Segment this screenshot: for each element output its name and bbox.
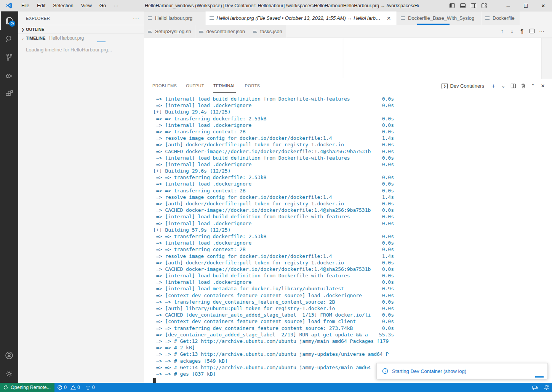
- menu-item[interactable]: Edit: [33, 0, 49, 11]
- feedback-icon[interactable]: [529, 383, 541, 392]
- terminal-instance-label: Dev Containers: [450, 83, 484, 89]
- customize-layout-icon[interactable]: [479, 0, 490, 11]
- notification-message[interactable]: Starting Dev Container (show log): [392, 368, 466, 374]
- activity-bar-run-debug[interactable]: [0, 66, 18, 85]
- sidebar-more-actions-icon[interactable]: ···: [133, 15, 139, 21]
- split-terminal-icon[interactable]: [509, 82, 518, 91]
- terminal-line: => => # 2 kB]: [153, 345, 394, 351]
- terminal-line: => => # Get:12 http://archive.ubuntu.com…: [153, 338, 394, 345]
- toggle-secondary-sidebar-icon[interactable]: [468, 0, 479, 11]
- activity-bar-settings[interactable]: [0, 365, 18, 383]
- terminal-line: => [auth] docker/dockerfile:pull token f…: [153, 201, 394, 207]
- render-whitespace-icon[interactable]: ¶: [517, 26, 527, 36]
- terminal-line: => [internal] load metadata for docker.i…: [153, 286, 394, 292]
- timeline-section-header[interactable]: ⌄ TIMELINE HelloHarbour.prg: [18, 34, 144, 42]
- menu-item[interactable]: File: [18, 0, 33, 11]
- terminal-line: => [internal] load .dockerignore0.0s: [153, 181, 394, 187]
- more-actions-icon[interactable]: ···: [537, 26, 547, 36]
- kill-terminal-trash-icon[interactable]: [518, 82, 528, 91]
- panel-header: PROBLEMS OUTPUT TERMINAL PORTS ❯ Dev Con…: [144, 79, 552, 93]
- terminal-line: => [internal] load .dockerignore0.0s: [153, 162, 394, 168]
- ports-status[interactable]: 0: [83, 383, 98, 392]
- editor-tab-bar-second: SetupSysLog.sh devcontainer.json tasks.j…: [144, 25, 552, 38]
- maximize-panel-icon[interactable]: ⌃: [528, 82, 538, 91]
- terminal-line: => [internal] load .dockerignore0.0s: [153, 102, 394, 109]
- activity-bar-account[interactable]: [0, 346, 18, 365]
- tab-label: HelloHarbour.prg (File Saved • October 1…: [216, 15, 382, 21]
- vscode-logo-icon: [0, 2, 18, 9]
- terminal-line: => CACHED docker-image://docker.io/docke…: [153, 149, 394, 155]
- activity-bar-source-control[interactable]: [0, 48, 18, 66]
- maximize-button[interactable]: ☐: [517, 0, 534, 11]
- tab-ports[interactable]: PORTS: [245, 80, 260, 93]
- menu-item[interactable]: ···: [110, 0, 122, 11]
- terminal-line: => CACHED docker-image://docker.io/docke…: [153, 207, 394, 214]
- tab-terminal[interactable]: TERMINAL: [213, 80, 236, 93]
- terminal-line: => => transferring dockerfile: 2.53kB0.0…: [153, 234, 394, 240]
- sidebar-title: EXPLORER: [26, 16, 50, 21]
- tab-dockerfile-base-with-syslog[interactable]: Dockerfile_Base_With_Syslog: [397, 11, 482, 25]
- terminal-line: => [internal] load .dockerignore0.0s: [153, 122, 394, 129]
- close-panel-icon[interactable]: ✕: [538, 82, 547, 91]
- tab-dockerfile[interactable]: Dockerfile: [482, 11, 520, 25]
- remote-indicator[interactable]: Opening Remote...: [0, 383, 54, 392]
- tab-problems[interactable]: PROBLEMS: [152, 80, 177, 93]
- navigate-up-icon[interactable]: ↑: [497, 26, 507, 36]
- close-button[interactable]: ✕: [534, 0, 552, 11]
- editor-tab-bar-top: HelloHarbour.prg HelloHarbour.prg (File …: [144, 11, 552, 25]
- terminal-line: => resolve image config for docker.io/do…: [153, 135, 394, 142]
- menu-item[interactable]: View: [77, 0, 96, 11]
- info-icon: [382, 368, 388, 374]
- menu-item[interactable]: Go: [96, 0, 110, 11]
- editor-group-divider[interactable]: [342, 38, 342, 79]
- error-icon: [57, 385, 62, 390]
- outline-section-header[interactable]: ❯ OUTLINE: [18, 25, 144, 34]
- terminal-line: => => # ackages [549 kB]: [153, 358, 394, 365]
- terminal-line: => resolve image config for docker.io/do…: [153, 253, 394, 260]
- menu-item[interactable]: Selection: [49, 0, 77, 11]
- tab-label: devcontainer.json: [206, 29, 245, 34]
- terminal-line: => CACHED [dev_container_auto_added_stag…: [153, 312, 394, 318]
- activity-bar-extensions[interactable]: [0, 85, 18, 103]
- terminal-line: => [context dev_containers_feature_conte…: [153, 293, 394, 299]
- terminal-line: [+] Building 29.6s (12/25): [153, 168, 394, 174]
- activity-bar-explorer[interactable]: [0, 11, 18, 30]
- toggle-sidebar-icon[interactable]: [447, 0, 458, 11]
- terminal-line: => => transferring context: 2B0.0s: [153, 129, 394, 135]
- terminal-output[interactable]: => [internal] load build definition from…: [153, 96, 397, 378]
- split-editor-icon[interactable]: [527, 26, 537, 36]
- warning-icon: [70, 385, 76, 390]
- vscode-window: FileEditSelectionViewGo··· HelloHarbour_…: [0, 0, 552, 392]
- activity-bar-search[interactable]: [0, 30, 18, 48]
- editor-content-area[interactable]: [144, 38, 552, 79]
- menu-bar: FileEditSelectionViewGo···: [18, 0, 122, 11]
- terminal-line: => [dev_container_auto_added_stage_label…: [153, 332, 394, 338]
- tab-helloharbour-diff[interactable]: HelloHarbour.prg (File Saved • October 1…: [206, 11, 396, 25]
- tab-helloharbour-prg[interactable]: HelloHarbour.prg: [144, 11, 206, 25]
- terminal-line: => => transferring dockerfile: 2.53kB0.0…: [153, 174, 394, 181]
- editor-tab[interactable]: tasks.json: [249, 25, 286, 38]
- editor-scrollbar-strip: [541, 38, 552, 79]
- minimize-button[interactable]: ─: [499, 0, 517, 11]
- navigate-down-icon[interactable]: ↓: [507, 26, 517, 36]
- editor-tab[interactable]: SetupSysLog.sh: [144, 25, 195, 38]
- close-tab-icon[interactable]: ✕: [386, 15, 392, 21]
- terminal-line: => [internal] load .dockerignore0.0s: [153, 221, 394, 227]
- notifications-bell-icon[interactable]: [541, 383, 552, 392]
- notification-toast[interactable]: Starting Dev Container (show log): [376, 363, 548, 379]
- status-bar: Opening Remote... 0 0 0: [0, 383, 552, 392]
- tab-output[interactable]: OUTPUT: [186, 80, 204, 93]
- problems-status[interactable]: 0 0: [54, 383, 83, 392]
- toggle-panel-icon[interactable]: [458, 0, 468, 11]
- remote-status-label: Opening Remote...: [11, 385, 51, 390]
- editor-tab[interactable]: devcontainer.json: [195, 25, 249, 38]
- bottom-panel: PROBLEMS OUTPUT TERMINAL PORTS ❯ Dev Con…: [144, 79, 552, 383]
- terminal-dropdown-icon[interactable]: ⌄: [499, 82, 508, 91]
- new-terminal-icon[interactable]: +: [489, 82, 498, 91]
- terminal-line: => CACHED docker-image://docker.io/docke…: [153, 266, 394, 273]
- tab-label: Dockerfile_Base_With_Syslog: [408, 15, 474, 21]
- file-icon: [253, 30, 258, 33]
- file-icon: [148, 30, 152, 33]
- tab-label: HelloHarbour.prg: [155, 15, 192, 21]
- terminal-instance-item[interactable]: ❯ Dev Containers: [442, 83, 484, 89]
